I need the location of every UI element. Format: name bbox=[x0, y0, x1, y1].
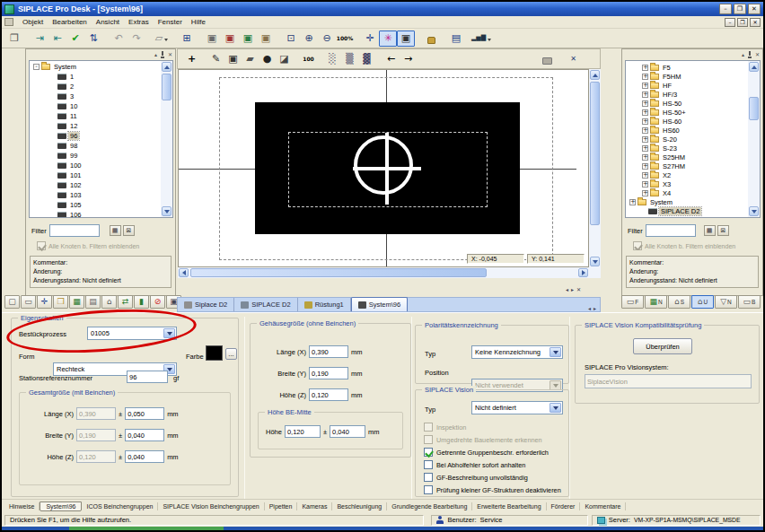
expander-icon[interactable]: + bbox=[629, 199, 636, 205]
bottom-tab[interactable]: SIPLACE Vision Beinchengruppen bbox=[158, 502, 264, 510]
zoom-100-icon[interactable]: 100 bbox=[300, 51, 317, 66]
tree-item[interactable]: +S27HM bbox=[628, 161, 748, 170]
shape-ellipse-icon[interactable]: ● bbox=[259, 51, 276, 66]
tree-item[interactable]: +HS60 bbox=[628, 126, 748, 135]
pan-icon[interactable]: ✛ bbox=[361, 31, 379, 47]
tree-item[interactable]: +HS-50 bbox=[628, 99, 748, 108]
hoehe-input[interactable]: 0,120 bbox=[285, 425, 321, 438]
tree-item[interactable]: +X3 bbox=[628, 179, 748, 188]
transfer-button[interactable]: ⇄ bbox=[118, 295, 133, 309]
confirm-icon[interactable]: ✔ bbox=[66, 31, 84, 47]
dimension-value[interactable]: 0,190 bbox=[76, 429, 116, 441]
combo-arrow-icon[interactable] bbox=[550, 403, 561, 413]
undo-icon[interactable]: ↶ bbox=[110, 31, 128, 47]
tree-item[interactable]: +HS-60 bbox=[628, 117, 748, 126]
centroid-icon[interactable]: ✳ bbox=[379, 31, 397, 47]
block-button[interactable]: ⊘ bbox=[150, 295, 165, 309]
close-button[interactable]: ✕ bbox=[748, 4, 761, 14]
close-panel-icon[interactable]: ✕ bbox=[168, 52, 172, 57]
expander-icon[interactable]: - bbox=[33, 64, 40, 70]
restore-button[interactable]: ❐ bbox=[734, 4, 746, 14]
bottom-tab[interactable]: Erweiterte Bearbeitung bbox=[472, 502, 546, 510]
expander-icon[interactable]: + bbox=[642, 100, 648, 107]
vision-option-checkbox[interactable] bbox=[424, 473, 433, 482]
shape-polygon-icon[interactable]: ◪ bbox=[276, 51, 293, 66]
stats-icon[interactable]: ▂▅▇ bbox=[472, 31, 490, 47]
new-document-icon[interactable]: ❐ bbox=[5, 31, 23, 47]
combo-arrow-icon[interactable] bbox=[550, 347, 561, 357]
tree-item[interactable]: +F5 bbox=[628, 63, 748, 72]
monitor-view-button[interactable]: ▢ bbox=[4, 295, 20, 309]
vision-camera-multi-icon[interactable]: ▣ bbox=[257, 31, 275, 47]
expander-icon[interactable]: + bbox=[642, 181, 648, 188]
export-icon[interactable]: ⇤ bbox=[48, 31, 66, 47]
tree-item[interactable]: +S-23 bbox=[628, 144, 748, 153]
bottom-tab[interactable]: Pipetten bbox=[265, 502, 298, 510]
expander-icon[interactable]: + bbox=[642, 118, 648, 125]
visionsystem-input[interactable]: SiplaceVision bbox=[585, 374, 752, 388]
tree-root[interactable]: - System bbox=[31, 62, 161, 72]
menu-item[interactable]: Fenster bbox=[154, 17, 187, 27]
vision-option-checkbox[interactable] bbox=[424, 423, 433, 432]
station-view-button[interactable]: ⌂ bbox=[101, 295, 117, 309]
menu-item[interactable]: Hilfe bbox=[187, 17, 210, 27]
zoom-in-icon[interactable]: ⊕ bbox=[300, 31, 318, 47]
bottom-tab[interactable]: Kommentare bbox=[580, 502, 626, 510]
canvas-vscrollbar[interactable] bbox=[589, 69, 601, 267]
move-cross-button[interactable]: ✛ bbox=[37, 295, 52, 309]
tree-item[interactable]: 98 bbox=[31, 141, 161, 151]
close-pane-icon[interactable]: ✕ bbox=[576, 287, 581, 292]
dimension-input[interactable]: 0,390 bbox=[309, 345, 348, 358]
add-icon[interactable]: + bbox=[183, 51, 200, 66]
expander-icon[interactable]: + bbox=[642, 92, 648, 98]
combo-arrow-icon[interactable] bbox=[163, 328, 175, 338]
battery-button[interactable]: ▮ bbox=[134, 295, 149, 309]
print-icon[interactable] bbox=[539, 51, 556, 66]
tree-item[interactable]: +X2 bbox=[628, 170, 748, 179]
show-all-nodes-checkbox[interactable] bbox=[633, 241, 642, 250]
zoom-region-icon[interactable]: ⊡ bbox=[282, 31, 300, 47]
filter-apply-button[interactable]: ▦ bbox=[110, 225, 121, 236]
vision-option-checkbox[interactable] bbox=[424, 448, 433, 457]
titlebar[interactable]: SIPLACE Pro Desk - [System\96] –❐✕ bbox=[2, 2, 763, 16]
bottom-tab[interactable]: Beschleunigung bbox=[332, 502, 387, 510]
tolerance-input[interactable]: 0,040 bbox=[125, 429, 164, 441]
show-all-nodes-checkbox[interactable] bbox=[37, 241, 46, 250]
expander-icon[interactable]: + bbox=[642, 74, 648, 80]
prev-icon[interactable]: ← bbox=[382, 51, 400, 66]
next-icon[interactable]: → bbox=[400, 51, 417, 66]
filter-clear-button[interactable]: ⊠ bbox=[123, 225, 135, 236]
bestueckprozess-select[interactable]: 01005 bbox=[87, 327, 177, 340]
autohide-icon[interactable]: ▴ bbox=[742, 52, 744, 57]
tree-item[interactable]: 99 bbox=[31, 151, 161, 161]
vision-camera-green-icon[interactable]: ▣ bbox=[239, 31, 257, 47]
pin-icon[interactable] bbox=[747, 51, 752, 58]
tree-item[interactable]: +System bbox=[628, 197, 748, 206]
view-b-button[interactable]: ▭B bbox=[738, 295, 761, 309]
expander-icon[interactable]: + bbox=[642, 154, 648, 161]
tree-item[interactable]: 12 bbox=[31, 121, 161, 131]
mdi-minimize-button[interactable]: – bbox=[725, 18, 735, 27]
tree-item[interactable]: 10 bbox=[31, 101, 161, 111]
tree-item[interactable]: 105 bbox=[31, 200, 161, 210]
autohide-icon[interactable]: ▴ bbox=[154, 52, 157, 57]
expander-icon[interactable]: + bbox=[642, 109, 648, 116]
tree-item[interactable]: 96 bbox=[31, 131, 161, 141]
view-u-button[interactable]: ⌂U bbox=[691, 295, 714, 309]
document-tab[interactable]: Siplace D2 bbox=[178, 298, 234, 311]
expander-icon[interactable]: + bbox=[642, 83, 648, 89]
color-swatch[interactable] bbox=[206, 345, 223, 361]
tree-item[interactable]: 102 bbox=[31, 180, 161, 190]
bottom-tab[interactable]: Förderer bbox=[547, 502, 581, 510]
eraser-icon[interactable]: ▰ bbox=[242, 51, 259, 66]
lock-icon[interactable] bbox=[422, 31, 440, 47]
tree-item[interactable]: 3 bbox=[31, 92, 161, 101]
machine-family-tree[interactable]: +F5+F5HM+HF+HF/3+HS-50+HS-50++HS-60+HS60… bbox=[625, 60, 761, 218]
tolerance-input[interactable]: 0,040 bbox=[125, 450, 164, 463]
stamp-icon[interactable]: ▱ bbox=[153, 31, 171, 47]
vision-option-checkbox[interactable] bbox=[424, 485, 433, 494]
tree-item[interactable]: 11 bbox=[31, 111, 161, 121]
dimension-value[interactable]: 0,390 bbox=[76, 407, 116, 420]
mdi-close-button[interactable]: ✕ bbox=[750, 18, 761, 27]
tree-scrollbar[interactable] bbox=[748, 61, 760, 217]
